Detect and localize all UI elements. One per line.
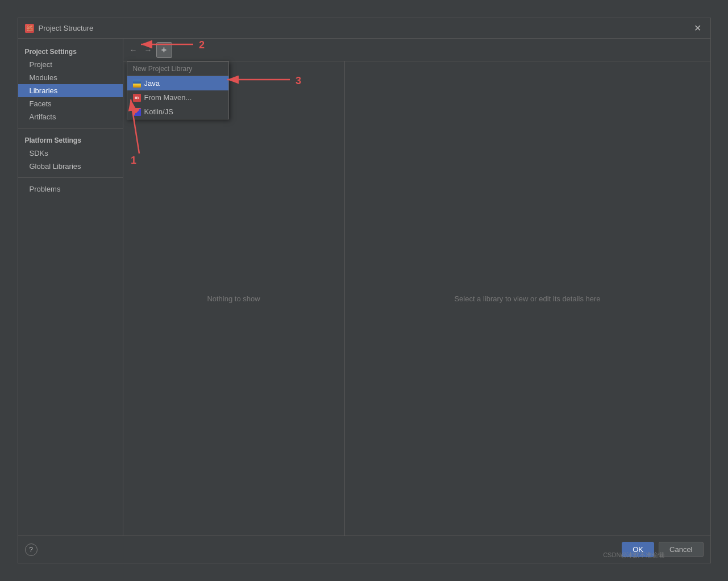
dropdown-header: New Project Library [127, 62, 228, 76]
nav-forward-button[interactable]: → [142, 43, 155, 57]
sidebar-item-facets[interactable]: Facets [18, 97, 123, 110]
dropdown-item-java[interactable]: Java [127, 76, 228, 90]
toolbar: ← → + New Project Library Java m [123, 39, 710, 61]
close-button[interactable]: ✕ [692, 23, 704, 34]
sidebar: Project Settings Project Modules Librari… [18, 39, 123, 536]
title-bar-left: 🧱 Project Structure [25, 24, 94, 33]
project-structure-dialog: 🧱 Project Structure ✕ Project Settings P… [18, 18, 711, 563]
cancel-button[interactable]: Cancel [659, 542, 703, 557]
left-panel: Nothing to show [123, 61, 345, 536]
sidebar-item-project[interactable]: Project [18, 58, 123, 71]
dropdown-kotlin-label: Kotlin/JS [144, 107, 173, 116]
sidebar-item-artifacts[interactable]: Artifacts [18, 110, 123, 123]
help-icon: ? [29, 546, 33, 554]
app-icon: 🧱 [25, 24, 34, 33]
kotlin-icon [133, 108, 141, 116]
dialog-title: Project Structure [39, 24, 94, 32]
dropdown-java-label: Java [144, 79, 160, 88]
maven-icon: m [133, 94, 141, 102]
dropdown-item-maven[interactable]: m From Maven... [127, 90, 228, 105]
bottom-left: ? [25, 543, 618, 556]
project-settings-section-title: Project Settings [18, 44, 123, 58]
app-icon-symbol: 🧱 [26, 25, 33, 31]
java-icon [133, 80, 141, 88]
watermark: CSDN@冰默不准偷懒 [603, 551, 664, 559]
add-icon: + [161, 45, 167, 55]
dropdown-maven-label: From Maven... [144, 93, 192, 102]
content-area: Nothing to show Select a library to view… [123, 61, 710, 536]
main-content: Project Settings Project Modules Librari… [18, 39, 710, 536]
help-button[interactable]: ? [25, 543, 38, 556]
dropdown-item-kotlin[interactable]: Kotlin/JS [127, 105, 228, 119]
nav-back-button[interactable]: ← [127, 43, 140, 57]
new-project-library-dropdown: New Project Library Java m From Maven...… [127, 61, 229, 119]
sidebar-item-modules[interactable]: Modules [18, 71, 123, 84]
title-bar: 🧱 Project Structure ✕ [18, 18, 710, 39]
nav-forward-icon: → [144, 45, 152, 55]
sidebar-item-problems[interactable]: Problems [18, 182, 123, 196]
sidebar-divider-2 [18, 177, 123, 178]
sidebar-item-global-libraries[interactable]: Global Libraries [18, 160, 123, 173]
sidebar-item-libraries[interactable]: Libraries [18, 84, 123, 97]
detail-placeholder-text: Select a library to view or edit its det… [454, 294, 600, 303]
platform-settings-section-title: Platform Settings [18, 133, 123, 147]
detail-panel: Select a library to view or edit its det… [345, 61, 710, 536]
sidebar-divider [18, 128, 123, 128]
sidebar-item-sdks[interactable]: SDKs [18, 147, 123, 160]
nav-back-icon: ← [130, 45, 138, 55]
nothing-to-show-text: Nothing to show [207, 294, 260, 303]
right-panel: ← → + New Project Library Java m [123, 39, 710, 536]
add-button[interactable]: + [156, 42, 172, 58]
